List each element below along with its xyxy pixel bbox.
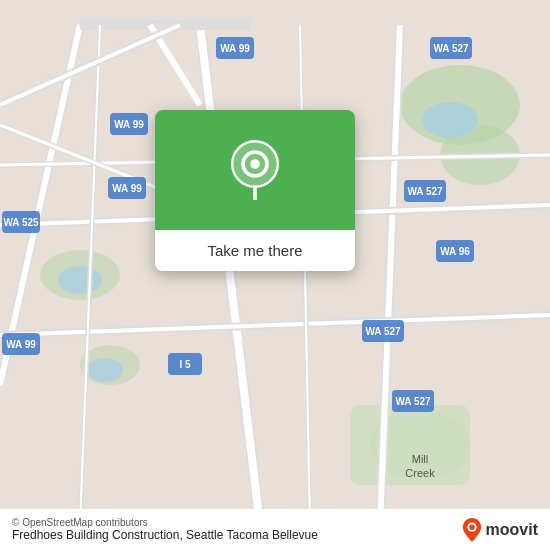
popup-button-area[interactable]: Take me there [155, 230, 355, 271]
svg-text:WA 527: WA 527 [395, 396, 431, 407]
popup-card: Take me there [155, 110, 355, 271]
svg-text:I 5: I 5 [179, 359, 191, 370]
svg-text:WA 96: WA 96 [440, 246, 470, 257]
svg-point-9 [87, 358, 123, 382]
moovit-label: moovit [486, 521, 538, 539]
popup-map-area [155, 110, 355, 230]
take-me-there-button[interactable]: Take me there [207, 242, 302, 259]
svg-text:WA 99: WA 99 [220, 43, 250, 54]
svg-text:Creek: Creek [405, 467, 435, 479]
business-name: Fredhoes Building Construction, Seattle … [12, 528, 318, 542]
svg-text:WA 99: WA 99 [6, 339, 36, 350]
svg-text:Mill: Mill [412, 453, 429, 465]
map-container: WA 99 WA 527 WA 99 WA 99 WA 527 WA 525 I… [0, 0, 550, 550]
svg-point-7 [422, 102, 478, 138]
svg-point-61 [250, 159, 260, 169]
location-pin-icon [230, 140, 280, 200]
svg-text:WA 527: WA 527 [433, 43, 469, 54]
svg-text:WA 527: WA 527 [365, 326, 401, 337]
attribution-text: © OpenStreetMap contributors [12, 517, 318, 528]
bottom-left-info: © OpenStreetMap contributors Fredhoes Bu… [12, 517, 318, 542]
svg-text:WA 99: WA 99 [112, 183, 142, 194]
svg-point-63 [469, 524, 475, 530]
svg-text:WA 527: WA 527 [407, 186, 443, 197]
bottom-bar: © OpenStreetMap contributors Fredhoes Bu… [0, 509, 550, 550]
svg-text:WA 99: WA 99 [114, 119, 144, 130]
svg-text:WA 525: WA 525 [3, 217, 39, 228]
moovit-pin-icon [462, 518, 482, 542]
svg-point-8 [58, 266, 102, 294]
moovit-logo: moovit [462, 518, 538, 542]
